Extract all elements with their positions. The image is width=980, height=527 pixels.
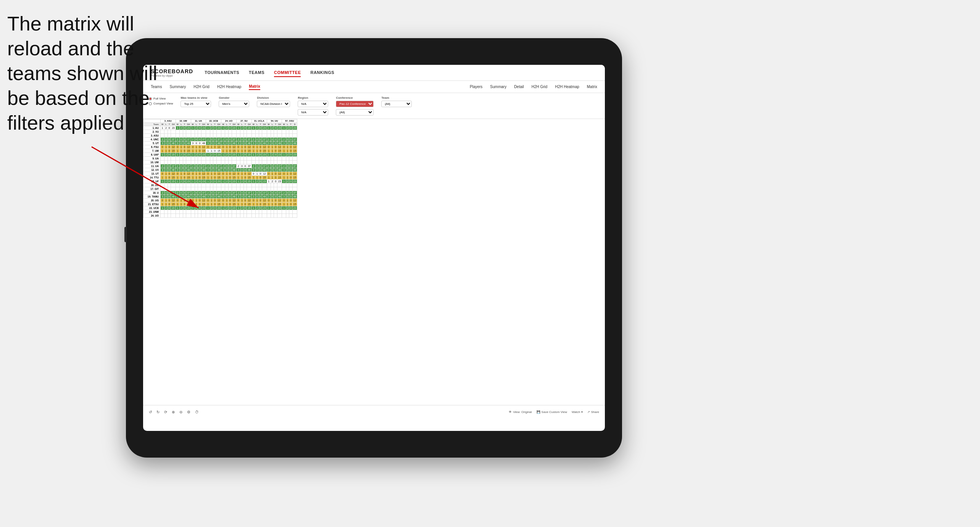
matrix-cell: 0 [243,206,247,210]
matrix-cell: 15 [232,176,236,180]
matrix-cell: 0 [271,195,274,199]
nav-committee[interactable]: COMMITTEE [274,69,301,77]
zoom-out-button[interactable]: ⊖ [179,410,182,414]
matrix-cell: 1 [161,149,164,153]
matrix-cell: 23 [292,180,297,183]
matrix-cell: 1 [176,180,179,183]
subnav-summary2[interactable]: Summary [490,84,506,90]
matrix-cell [282,187,286,191]
matrix-cell: 0 [274,138,277,141]
ucla-dif: Dif [262,123,267,126]
matrix-cell [240,157,244,161]
matrix-cell: 2 [206,191,210,195]
gender-select[interactable]: Men's [219,101,249,107]
matrix-cell: 0 [213,206,217,210]
matrix-cell: 1 [251,206,255,210]
division-select[interactable]: NCAA Division I [257,101,290,107]
matrix-cell [180,210,183,214]
matrix-cell: 2 [221,164,225,168]
row-label: 7. UM [143,149,161,153]
matrix-cell: 0 [213,172,217,176]
matrix-cell [243,157,247,161]
matrix-cell [164,187,168,191]
undo-button[interactable]: ↺ [149,410,152,414]
max-teams-select[interactable]: Top 25 [181,101,211,107]
matrix-cell [186,214,191,218]
matrix-cell: 0 [289,149,293,153]
matrix-cell: 0 [274,149,277,153]
conference-select2[interactable]: (All) [336,109,374,116]
matrix-cell: 0 [255,191,259,195]
matrix-cell [271,130,274,134]
subnav-players[interactable]: Players [470,84,482,90]
matrix-cell: 0 [164,195,168,199]
matrix-cell: 0 [243,191,247,195]
matrix-cell: 0 [229,164,232,168]
matrix-cell [210,134,213,138]
matrix-cell: 0 [198,168,201,172]
region-select2[interactable]: N/A [298,109,328,116]
matrix-cell [210,214,213,218]
region-select[interactable]: N/A [298,101,328,107]
matrix-cell [236,187,240,191]
zoom-in-button[interactable]: ⊕ [172,410,175,414]
matrix-cell: 3 [282,195,286,199]
refresh-button[interactable]: ⟳ [164,410,167,414]
matrix-cell: 0 [286,138,289,141]
matrix-cell: 0 [198,141,201,145]
nav-tournaments[interactable]: TOURNAMENTS [205,69,239,77]
matrix-cell: 37 [232,164,236,168]
matrix-cell [267,214,271,218]
team-select[interactable]: (All) [381,101,412,107]
clock-button[interactable]: ⏱ [195,410,199,414]
share-button[interactable]: ↗ Share [587,410,599,414]
su-t: T [243,123,247,126]
subnav-matrix[interactable]: Matrix [249,84,260,90]
subnav-matrix2[interactable]: Matrix [587,84,597,90]
matrix-cell: 0 [191,199,195,202]
matrix-cell: 1 [180,199,183,202]
matrix-cell: 1 [164,176,168,180]
matrix-cell: 1 [236,176,240,180]
matrix-cell [201,214,206,218]
matrix-cell: 2 [271,126,274,130]
matrix-cell: 1 [236,126,240,130]
matrix-cell: 0 [221,172,225,176]
matrix-cell [247,214,251,218]
save-custom-button[interactable]: 💾 Save Custom View [537,410,567,414]
watch-button[interactable]: Watch ▾ [572,410,583,414]
row-label: 22. UCB [143,206,161,210]
subnav-h2hheatmap2[interactable]: H2H Heatmap [555,84,579,90]
matrix-cell: 12 [216,145,221,149]
matrix-cell: 0 [180,164,183,168]
redo-button[interactable]: ↻ [156,410,160,414]
subnav-h2hheatmap[interactable]: H2H Heatmap [217,84,241,90]
view-icon: 👁 [509,410,512,414]
matrix-cell: 0 [225,138,229,141]
ucb-l: L [210,123,213,126]
settings-button[interactable]: ⚙ [187,410,190,414]
nav-teams[interactable]: TEAMS [249,69,264,77]
matrix-cell [213,210,217,214]
matrix-cell: 48 [277,195,282,199]
matrix-cell: 1 [255,176,259,180]
subnav-summary[interactable]: Summary [169,84,186,90]
conference-select[interactable]: Pac-12 Conference [336,101,374,107]
osu-d: D [292,123,297,126]
matrix-cell: 1 [191,153,195,157]
matrix-cell [236,183,240,187]
subnav-detail[interactable]: Detail [514,84,524,90]
matrix-cell: 0 [225,195,229,199]
subnav-h2hgrid[interactable]: H2H Grid [193,84,210,90]
nav-rankings[interactable]: RANKINGS [310,69,334,77]
view-original-button[interactable]: 👁 View: Original [509,410,532,414]
matrix-cell [168,157,171,161]
table-row: 4. UNC2003720037200372003720037200372003… [143,138,297,141]
matrix-cell: 0 [213,202,217,206]
matrix-cell: 2 [236,164,240,168]
matrix-cell: 15 [262,149,267,153]
matrix-cell: 0 [168,172,171,176]
matrix-cell: 1 [206,149,210,153]
subnav-h2hgrid2[interactable]: H2H Grid [532,84,548,90]
matrix-cell: 1 [164,172,168,176]
